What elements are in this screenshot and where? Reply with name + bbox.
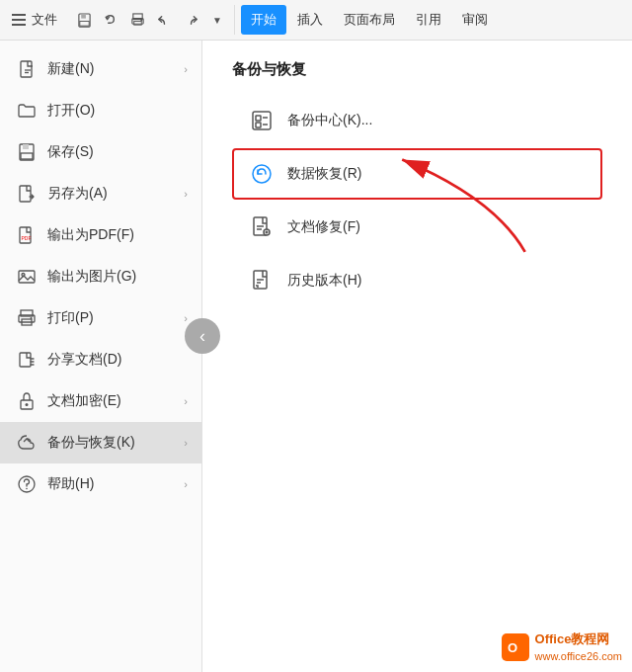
folder-icon — [16, 100, 38, 122]
svg-text:O: O — [508, 640, 517, 655]
svg-point-6 — [140, 19, 142, 21]
dropdown-icon: ▼ — [212, 15, 222, 26]
arrow-new: › — [184, 63, 188, 75]
encrypt-icon — [16, 390, 38, 412]
sidebar-item-new[interactable]: 新建(N) › — [0, 48, 201, 90]
sidebar-item-share[interactable]: 分享文档(D) — [0, 339, 201, 380]
sidebar-item-save[interactable]: 保存(S) — [0, 131, 201, 173]
sidebar-label-print: 打印(P) — [47, 309, 94, 327]
saveas-icon — [16, 183, 38, 205]
svg-point-21 — [31, 317, 33, 319]
menu-item-data-recovery[interactable]: 数据恢复(R) — [232, 148, 602, 200]
tab-layout[interactable]: 页面布局 — [334, 5, 405, 35]
backup-center-icon — [248, 107, 276, 134]
save-toolbar-icon — [77, 13, 92, 28]
sidebar: 新建(N) › 打开(O) — [0, 41, 202, 672]
menu-label-backup-center: 备份中心(K)... — [287, 112, 372, 129]
svg-rect-11 — [23, 144, 29, 149]
sidebar-label-encrypt: 文档加密(E) — [47, 392, 121, 410]
watermark-url: www.office26.com — [535, 649, 622, 664]
svg-rect-1 — [81, 13, 86, 18]
svg-rect-22 — [20, 353, 31, 367]
redo2-toolbar-icon — [184, 13, 198, 28]
svg-rect-16 — [19, 271, 35, 283]
toolbar: 文件 — [0, 0, 632, 41]
sidebar-label-saveas: 另存为(A) — [47, 185, 108, 203]
data-recovery-icon — [248, 160, 276, 188]
svg-point-24 — [26, 403, 29, 406]
svg-rect-30 — [256, 123, 261, 127]
hamburger-icon — [12, 14, 26, 26]
sidebar-item-img[interactable]: 输出为图片(G) — [0, 256, 201, 297]
svg-text:PDF: PDF — [22, 235, 32, 241]
sidebar-label-new: 新建(N) — [47, 60, 94, 78]
tab-reference[interactable]: 引用 — [406, 5, 451, 35]
sidebar-label-share: 分享文档(D) — [47, 351, 121, 369]
back-button[interactable]: ‹ — [185, 318, 220, 354]
back-icon: ‹ — [199, 326, 205, 347]
watermark: O Office教程网 www.office26.com — [502, 630, 622, 664]
undo-toolbar-icon — [104, 13, 118, 28]
svg-rect-2 — [79, 21, 88, 26]
undo-toolbar-btn[interactable] — [98, 7, 123, 33]
sidebar-item-pdf[interactable]: PDF 输出为PDF(F) — [0, 214, 201, 256]
dropdown-toolbar-btn[interactable]: ▼ — [204, 7, 230, 33]
arrow-saveas: › — [184, 188, 188, 200]
tab-insert[interactable]: 插入 — [287, 5, 333, 35]
arrow-encrypt: › — [184, 395, 188, 407]
redo2-toolbar-btn[interactable] — [178, 7, 203, 33]
section-title: 备份与恢复 — [232, 60, 602, 79]
menu-label-data-recovery: 数据恢复(R) — [287, 165, 361, 183]
print-icon — [16, 307, 38, 329]
arrow-print: › — [184, 312, 188, 324]
toolbar-icon-group: ▼ — [67, 5, 235, 35]
tab-review[interactable]: 审阅 — [452, 5, 498, 35]
svg-rect-12 — [21, 153, 33, 159]
help-icon — [16, 473, 38, 495]
sidebar-item-saveas[interactable]: 另存为(A) › — [0, 173, 201, 214]
file-menu-button[interactable]: 文件 — [4, 5, 65, 35]
arrow-help: › — [184, 478, 188, 490]
arrow-backup: › — [184, 437, 188, 449]
svg-rect-13 — [20, 186, 31, 202]
menu-label-history: 历史版本(H) — [287, 272, 361, 290]
sidebar-item-help[interactable]: 帮助(H) › — [0, 463, 201, 505]
sidebar-item-encrypt[interactable]: 文档加密(E) › — [0, 380, 201, 422]
save-icon — [16, 141, 38, 163]
sidebar-item-print[interactable]: 打印(P) › — [0, 297, 201, 339]
menu-item-backup-center[interactable]: 备份中心(K)... — [232, 95, 602, 146]
svg-point-26 — [26, 488, 28, 490]
sidebar-label-img: 输出为图片(G) — [47, 268, 136, 286]
new-file-icon — [16, 58, 38, 80]
doc-repair-icon — [248, 213, 276, 241]
menu-label-doc-repair: 文档修复(F) — [287, 218, 360, 236]
print-toolbar-icon — [130, 13, 145, 28]
sidebar-item-open[interactable]: 打开(O) — [0, 90, 201, 131]
menu-item-doc-repair[interactable]: 文档修复(F) — [232, 202, 602, 253]
undo2-toolbar-icon — [157, 13, 172, 28]
img-icon — [16, 266, 38, 288]
sidebar-label-open: 打开(O) — [47, 102, 95, 120]
svg-rect-7 — [21, 61, 32, 77]
file-label: 文件 — [32, 11, 57, 29]
menu-item-history[interactable]: 历史版本(H) — [232, 255, 602, 306]
office-logo: O — [502, 633, 529, 661]
watermark-site: Office教程网 — [535, 630, 622, 648]
svg-rect-28 — [256, 116, 261, 121]
history-icon — [248, 267, 276, 294]
sidebar-label-pdf: 输出为PDF(F) — [47, 226, 134, 244]
right-panel: 备份与恢复 备份中心(K)... — [202, 41, 632, 672]
save-toolbar-btn[interactable] — [71, 7, 97, 33]
print-toolbar-btn[interactable] — [124, 7, 150, 33]
backup-icon — [16, 432, 38, 454]
sidebar-label-save: 保存(S) — [47, 143, 94, 161]
main-area: 新建(N) › 打开(O) — [0, 41, 632, 672]
sidebar-item-backup[interactable]: 备份与恢复(K) › — [0, 422, 201, 463]
share-icon — [16, 349, 38, 371]
undo2-toolbar-btn[interactable] — [151, 7, 177, 33]
sidebar-label-backup: 备份与恢复(K) — [47, 434, 135, 452]
sidebar-label-help: 帮助(H) — [47, 475, 94, 493]
tab-start[interactable]: 开始 — [241, 5, 286, 35]
pdf-icon: PDF — [16, 224, 38, 246]
toolbar-tabs: 开始 插入 页面布局 引用 审阅 — [237, 5, 502, 35]
